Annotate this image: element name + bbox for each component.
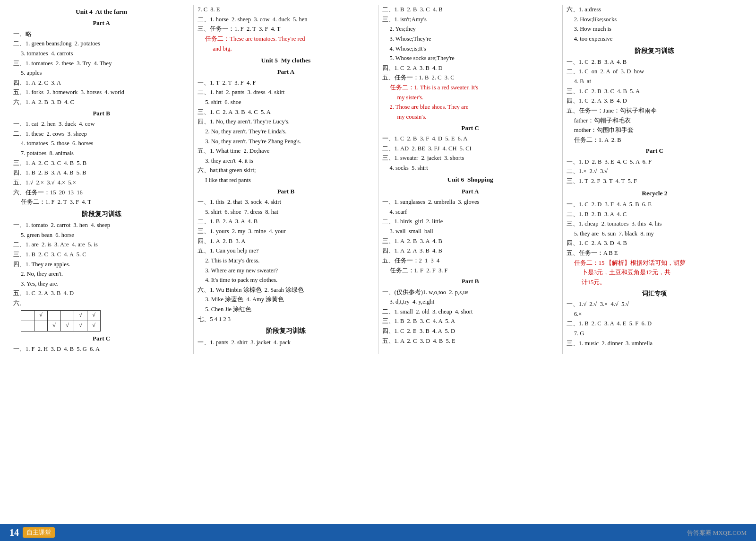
page-label: 自主课堂 xyxy=(23,527,55,538)
u5a-q1: 一、1. T 2. T 3. F 4. F xyxy=(198,78,374,88)
u5a-q5b: 3. they aren't 4. it is xyxy=(198,156,374,166)
u4b-q5: 五、1.√ 2.× 3.√ 4.× 5.× xyxy=(13,178,189,188)
u5b-q1b: 5. shirt 6. shoe 7. dress 8. hat xyxy=(198,207,374,217)
u5c-q2: 二、1. AD 2. BE 3. FJ 4. CH 5. CI xyxy=(382,144,558,154)
u5b-q5d: 4. It's time to pack my clothes. xyxy=(198,275,374,285)
u5b-q5: 五、1. Can you help me? xyxy=(198,246,374,256)
u5b-q5b: 2. This is Mary's dress. xyxy=(198,256,374,266)
u4c-q7: 7. C 8. E xyxy=(198,5,374,15)
bottom-bar: 14 自主课堂 告答案圈 MXQE.COM xyxy=(0,524,756,541)
u4c-q2: 二、1. horse 2. sheep 3. cow 4. duck 5. he… xyxy=(198,15,374,25)
u6a-q2: 二、1. birds girl 2. little xyxy=(382,217,558,227)
u5c-q3b: 4. socks 5. shirt xyxy=(382,163,558,173)
column-2: 7. C 8. E 二、1. horse 2. sheep 3. cow 4. … xyxy=(194,5,378,354)
rev1-q4c: 3. Yes, they are. xyxy=(13,279,189,289)
unit5-partB: Part B xyxy=(198,186,374,196)
table-cell: √ xyxy=(48,321,61,331)
u4c-q3c: and big. xyxy=(198,44,374,54)
u5b-q6b: 3. Mike 涂蓝色 4. Amy 涂黄色 xyxy=(198,295,374,305)
u5a-q4b: 2. No, they aren't. They're Linda's. xyxy=(198,127,374,137)
vocab-q1: 一、1.√ 2.√ 3.× 4.√ 5.√ xyxy=(567,299,743,309)
unit6-partC: Part C xyxy=(567,146,743,156)
u5a-q5: 五、1. What time 2. Do;have xyxy=(198,146,374,156)
u4a-q5: 五、1. forks 2. homework 3. horses 4. worl… xyxy=(13,87,189,97)
rev3-q5c: mother：勾围巾和手套 xyxy=(567,125,743,135)
rev1-q2: 二、1. are 2. is 3. Are 4. are 5. is xyxy=(13,240,189,250)
table-cell: √ xyxy=(87,321,101,331)
rev2-q1: 一、1. pants 2. shirt 3. jacket 4. pack xyxy=(198,338,374,348)
u4b-q1: 一、1. cat 2. hen 3. duck 4. cow xyxy=(13,119,189,129)
table-cell: √ xyxy=(87,310,101,321)
u4b-q4: 四、1. B 2. B 3. A 4. B 5. B xyxy=(13,168,189,178)
rec2-q3b: 5. they are 6. sun 7. black 8. my xyxy=(567,229,743,239)
unit4-partC: Part C xyxy=(13,333,189,343)
rec2-q4: 四、1. C 2. A 3. D 4. B xyxy=(567,238,743,248)
table-cell xyxy=(61,310,74,321)
rec2-q5c: 卜是3元，土豆和豆角是12元，共 xyxy=(567,268,743,278)
answer-table: √ √ √ √ √ √ √ xyxy=(21,310,101,332)
u6b-q6c: 3. How much is xyxy=(567,24,743,34)
rev3-q2: 二、1. C on 2. A of 3. D how xyxy=(567,67,743,77)
column-1: Unit 4 At the farm Part A 一、略 二、1. green… xyxy=(9,5,194,354)
unit5-partA: Part A xyxy=(198,67,374,77)
u6a-q1: 一、1. sunglasses 2. umbrella 3. gloves xyxy=(382,197,558,207)
rec2-q5b: 任务二：15 【解析】根据对话可知，胡萝 xyxy=(567,258,743,268)
table-cell xyxy=(48,310,61,321)
u5b-q6: 六、1. Wu Binbin 涂棕色 2. Sarah 涂绿色 xyxy=(198,285,374,295)
rev2-q3: 三、1. isn't;Amy's xyxy=(382,15,558,25)
u5b-q3: 三、1. yours 2. my 3. mine 4. your xyxy=(198,227,374,236)
table-cell: √ xyxy=(74,321,87,331)
rev2-q3d: 4. Whose;is;It's xyxy=(382,44,558,54)
u6b-q6b: 2. How;like;socks xyxy=(567,15,743,25)
vocab-q2: 二、1. B 2. C 3. A 4. E 5. F 6. D xyxy=(567,319,743,329)
rev1-q5: 五、1. C 2. A 3. B 4. D xyxy=(13,288,189,298)
u4c-q1: 一、1. F 2. H 3. D 4. B 5. G 6. A xyxy=(13,344,189,354)
unit4-title: Unit 4 At the farm xyxy=(13,7,189,17)
unit6-partB: Part B xyxy=(382,276,558,286)
u5a-q6b: I like that red pants xyxy=(198,175,374,185)
u6a-q4: 四、1. A 2. A 3. B 4. B xyxy=(382,246,558,256)
u4b-q2c: 7. potatoes 8. animals xyxy=(13,148,189,158)
table-cell xyxy=(34,321,48,331)
u4a-q2: 二、1. green beans;long 2. potatoes xyxy=(13,39,189,49)
u5b-q7: 七、5 4 1 2 3 xyxy=(198,314,374,324)
u6b-q3: 三、1. B 2. B 3. C 4. A 5. A xyxy=(382,316,558,326)
rev1-q3: 三、1. B 2. C 3. C 4. A 5. C xyxy=(13,250,189,260)
unit4-partA: Part A xyxy=(13,18,189,28)
u6c-q3: 三、1. T 2. F 3. T 4. T 5. F xyxy=(567,176,743,186)
review1-title: 阶段复习训练 xyxy=(13,209,189,219)
rev3-q5d: 任务二：1. A 2. B xyxy=(567,135,743,145)
u6b-q4: 四、1. C 2. E 3. B 4. A 5. D xyxy=(382,326,558,336)
rev2-q5: 五、任务一：1. B 2. C 3. C xyxy=(382,73,558,83)
u4b-q2b: 4. tomatoes 5. those 6. horses xyxy=(13,139,189,148)
u6a-q3: 三、1. A 2. B 3. A 4. B xyxy=(382,236,558,246)
table-cell xyxy=(21,321,34,331)
rec2-q5: 五、任务一：A B E xyxy=(567,248,743,258)
u6b-q1: 一、(仅供参考)1. w,o,too 2. p,s,us xyxy=(382,288,558,297)
u4a-q1: 一、略 xyxy=(13,29,189,39)
unit5-partC: Part C xyxy=(382,123,558,133)
unit6-partA: Part A xyxy=(382,186,558,196)
rev3-q2b: 4. B at xyxy=(567,77,743,87)
rev2-q3c: 3. Whose;They're xyxy=(382,34,558,44)
u5b-q4: 四、1. A 2. B 3. A xyxy=(198,236,374,246)
u6c-q1: 一、1. D 2. B 3. E 4. C 5. A 6. F xyxy=(567,157,743,167)
column-4: 六、1. a;dress 2. How;like;socks 3. How mu… xyxy=(563,5,747,354)
rev2-q5b: 任务二：1. This is a red sweater. It's xyxy=(382,83,558,93)
rev3-q5: 五、任务一：Jane：勾袜子和雨伞 xyxy=(567,106,743,116)
u4c-q3: 三、任务一：1. F 2. T 3. F 4. T xyxy=(198,24,374,34)
rec2-q3: 三、1. cheap 2. tomatoes 3. this 4. his xyxy=(567,219,743,229)
table-cell: √ xyxy=(34,310,48,321)
table-cell: √ xyxy=(74,310,87,321)
u4b-q3: 三、1. A 2. C 3. C 4. B 5. B xyxy=(13,158,189,168)
u6a-q5: 五、任务一：2 1 3 4 xyxy=(382,256,558,266)
unit6-title: Unit 6 Shopping xyxy=(382,175,558,185)
table-cell xyxy=(21,310,34,321)
u5c-q3: 三、1. sweater 2. jacket 3. shorts xyxy=(382,153,558,163)
u5c-q1: 一、1. C 2. B 3. F 4. D 5. E 6. A xyxy=(382,134,558,144)
u4b-q6: 六、任务一：15 20 13 16 xyxy=(13,188,189,198)
u4c-q3b: 任务二：These are tomatoes. They're red xyxy=(198,34,374,44)
rev1-q4b: 2. No, they aren't. xyxy=(13,269,189,279)
rev2-q3b: 2. Yes;they xyxy=(382,24,558,34)
rev1-q1: 一、1. tomato 2. carrot 3. hen 4. sheep xyxy=(13,220,189,230)
